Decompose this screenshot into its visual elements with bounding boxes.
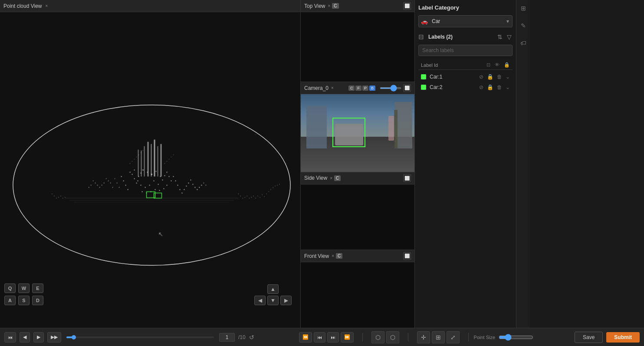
svg-point-106 [277, 185, 278, 186]
svg-point-13 [145, 187, 146, 188]
label-lock-car2[interactable]: 🔒 [487, 84, 493, 90]
arrow-left-btn[interactable]: ◀ [254, 296, 266, 305]
label-eyeoff-car2[interactable]: ⊘ [479, 84, 483, 90]
submit-button[interactable]: Submit [606, 332, 640, 343]
cam-tag-p[interactable]: P [362, 86, 368, 91]
svg-point-38 [117, 183, 118, 184]
svg-rect-69 [151, 144, 151, 177]
point-size-slider[interactable] [499, 334, 533, 341]
label-row-car1[interactable]: Car:1 ⊘ 🔒 🗑 ⌄ [418, 72, 513, 82]
svg-point-50 [91, 185, 92, 186]
svg-text:↖: ↖ [158, 231, 163, 237]
svg-point-17 [132, 174, 133, 175]
person-object [388, 116, 394, 141]
sidebar-icon-tag[interactable]: 🏷 [519, 38, 528, 48]
camera0-close[interactable]: × [331, 86, 334, 90]
svg-point-101 [266, 194, 267, 194]
cube2-tool-btn[interactable]: ⬡ [386, 331, 399, 343]
prev-frame-btn[interactable]: ⏮ [314, 332, 325, 343]
svg-point-6 [138, 180, 138, 181]
timeline-handle[interactable] [72, 335, 76, 339]
rewind-btn[interactable]: ⏪ [299, 332, 312, 343]
fast-forward-btn[interactable]: ⏩ [341, 332, 354, 343]
svg-point-103 [270, 189, 271, 190]
next-frame-btn[interactable]: ⏭ [327, 332, 339, 343]
camera-opacity-slider[interactable] [380, 87, 401, 89]
svg-point-56 [181, 192, 182, 193]
cam-tag-b[interactable]: B [369, 86, 375, 91]
svg-point-36 [128, 189, 128, 190]
arrow-up-btn[interactable]: ▲ [267, 284, 279, 294]
label-expand-car1[interactable]: ⌄ [506, 74, 510, 80]
label-delete-car2[interactable]: 🗑 [497, 84, 502, 90]
svg-point-87 [65, 197, 66, 198]
point-cloud-close[interactable]: × [46, 3, 48, 8]
svg-point-61 [192, 184, 193, 185]
label-actions-car1: ⊘ 🔒 🗑 ⌄ [479, 74, 510, 80]
arrow-right-btn[interactable]: ▶ [280, 296, 292, 305]
skip-to-start-btn[interactable]: ⏮ [4, 332, 16, 343]
label-row-car2[interactable]: Car:2 ⊘ 🔒 🗑 ⌄ [418, 82, 513, 92]
svg-point-99 [262, 194, 263, 195]
search-labels-input[interactable] [418, 45, 513, 56]
label-category-section: Label Category 🚗 Car ▾ [418, 4, 513, 27]
top-view-expand[interactable]: ⬜ [403, 2, 411, 10]
top-view-panel: Top View × C ⬜ [301, 0, 414, 82]
svg-point-9 [155, 171, 156, 171]
svg-point-84 [58, 197, 59, 198]
step-forward-btn[interactable]: ▶▶ [47, 332, 61, 343]
svg-point-53 [175, 180, 176, 181]
svg-point-27 [163, 188, 164, 189]
building-left [306, 106, 327, 148]
svg-point-86 [62, 198, 63, 199]
move-tool-btn[interactable]: ✛ [417, 331, 430, 343]
sort-icon[interactable]: ⇅ [496, 33, 503, 41]
label-id-col-header: Label Id [421, 63, 486, 68]
point-cloud-content: ↖ Q W E A S D ▲ [0, 12, 300, 328]
side-view-content [301, 185, 414, 250]
label-lock-car1[interactable]: 🔒 [487, 74, 493, 80]
top-view-title: Top View [304, 3, 325, 9]
svg-point-22 [164, 175, 165, 176]
label-name-car2: Car:2 [430, 84, 479, 90]
category-dropdown[interactable]: Car [418, 15, 513, 27]
filter-icon[interactable]: ▽ [506, 33, 513, 41]
sidebar-icon-grid[interactable]: ⊞ [519, 3, 528, 13]
side-view-close[interactable]: × [330, 176, 332, 181]
refresh-icon[interactable]: ↺ [249, 334, 254, 341]
side-view-expand[interactable]: ⬜ [403, 174, 411, 182]
svg-point-33 [121, 176, 122, 177]
label-eyeoff-car1[interactable]: ⊘ [479, 74, 483, 80]
label-delete-car1[interactable]: 🗑 [497, 74, 502, 80]
crop-tool-btn[interactable]: ⊞ [432, 331, 445, 343]
camera-scene [301, 94, 414, 172]
fitview-tool-btn[interactable]: ⤢ [447, 331, 460, 343]
front-view-expand[interactable]: ⬜ [403, 252, 411, 260]
kbd-a: A [4, 296, 16, 305]
frame-input[interactable]: 1 [219, 333, 235, 342]
sidebar-icon-edit[interactable]: ✎ [519, 21, 528, 30]
cam-tag-f[interactable]: F [355, 86, 361, 91]
svg-point-23 [166, 171, 167, 172]
cube-tool-btn[interactable]: ⬡ [371, 331, 384, 343]
cam-tag-c[interactable]: C [348, 86, 355, 91]
keyboard-shortcuts: Q W E A S D [4, 283, 43, 305]
play-btn[interactable]: ▶ [33, 332, 44, 343]
svg-point-112 [138, 155, 139, 155]
svg-point-47 [97, 185, 98, 186]
save-button[interactable]: Save [575, 332, 603, 343]
camera0-expand[interactable]: ⬜ [403, 84, 411, 92]
front-view-tag: C [336, 253, 342, 259]
front-view-close[interactable]: × [332, 254, 334, 258]
top-view-close[interactable]: × [328, 3, 330, 8]
svg-point-105 [275, 186, 276, 187]
svg-point-95 [253, 196, 254, 197]
label-expand-car2[interactable]: ⌄ [506, 84, 510, 90]
svg-point-37 [115, 178, 115, 179]
arrow-down-btn[interactable]: ▼ [267, 296, 279, 305]
timeline-slider[interactable] [66, 336, 214, 338]
svg-point-35 [125, 185, 126, 185]
svg-point-118 [171, 157, 172, 158]
labels-grid-icon: ⊟ [418, 33, 424, 41]
step-back-btn[interactable]: ◀ [20, 332, 30, 343]
